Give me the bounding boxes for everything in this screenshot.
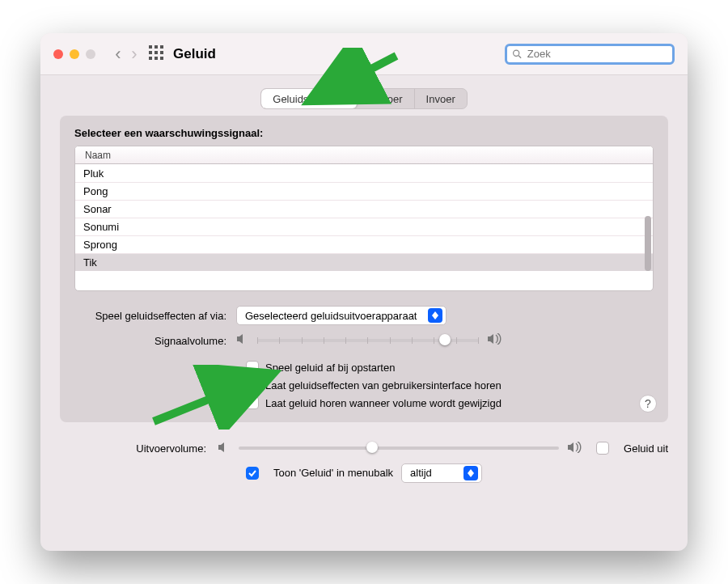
checkbox-show-in-menubar[interactable]: [246, 467, 259, 480]
svg-rect-2: [160, 45, 163, 49]
table-row[interactable]: Sprong: [75, 235, 653, 253]
play-through-value: Geselecteerd geluidsuitvoerapparaat: [245, 310, 417, 322]
checkbox-ui-sounds[interactable]: [246, 379, 259, 391]
checkbox-show-in-menubar-label: Toon 'Geluid' in menubalk: [273, 467, 393, 479]
speaker-low-icon: [236, 333, 249, 348]
scroll-thumb[interactable]: [645, 216, 651, 271]
checkbox-startup-sound[interactable]: [246, 361, 259, 374]
output-volume-label: Uitvoervolume:: [60, 442, 210, 455]
alert-volume-slider[interactable]: [257, 339, 479, 342]
tab-bar: Geluidseffecten Uitvoer Invoer: [40, 75, 688, 116]
play-through-label: Speel geluidseffecten af via:: [74, 310, 236, 322]
window-controls: [53, 49, 95, 59]
help-button[interactable]: ?: [639, 395, 657, 413]
back-button[interactable]: ‹: [110, 44, 126, 65]
alert-volume-label: Signaalvolume:: [74, 335, 236, 347]
svg-rect-4: [154, 51, 158, 54]
table-row[interactable]: Pong: [75, 182, 653, 200]
table-row[interactable]: Sonumi: [75, 218, 653, 235]
search-field[interactable]: [505, 44, 675, 65]
svg-rect-5: [160, 51, 163, 54]
table-row[interactable]: Pluk: [75, 164, 653, 182]
titlebar: ‹ › Geluid: [40, 33, 688, 75]
output-volume-slider[interactable]: [239, 446, 559, 450]
chevron-updown-icon: [463, 466, 478, 480]
search-icon: [512, 49, 523, 60]
svg-rect-6: [149, 57, 152, 60]
svg-rect-3: [149, 51, 152, 54]
speaker-low-icon: [218, 442, 231, 455]
search-input[interactable]: [526, 47, 667, 61]
svg-rect-7: [154, 57, 158, 60]
column-name: Naam: [85, 150, 111, 161]
alert-section-heading: Selecteer een waarschuwingssignaal:: [74, 127, 654, 139]
forward-button[interactable]: ›: [126, 44, 142, 65]
tab-input[interactable]: Invoer: [415, 89, 467, 108]
page-title: Geluid: [173, 46, 216, 62]
menubar-mode-value: altijd: [410, 467, 432, 479]
show-all-button[interactable]: [149, 45, 163, 63]
chevron-updown-icon: [428, 308, 442, 323]
tab-output[interactable]: Uitvoer: [358, 89, 414, 108]
minimize-window-button[interactable]: [70, 49, 79, 59]
menubar-mode-select[interactable]: altijd: [401, 463, 482, 483]
output-volume-knob[interactable]: [366, 442, 378, 453]
checkbox-volume-feedback[interactable]: [246, 396, 259, 409]
svg-rect-1: [154, 45, 158, 49]
checkbox-mute-label: Geluid uit: [624, 442, 668, 455]
alert-volume-knob[interactable]: [439, 334, 451, 345]
zoom-window-button[interactable]: [86, 49, 95, 59]
system-preferences-window: ‹ › Geluid Geluidseffecten Uitvoer Invoe…: [40, 33, 688, 551]
checkbox-ui-sounds-label: Laat geluidseffecten van gebruikersinter…: [265, 379, 502, 391]
speaker-high-icon: [567, 442, 583, 455]
svg-rect-8: [160, 57, 163, 60]
checkbox-startup-sound-label: Speel geluid af bij opstarten: [265, 362, 395, 374]
table-body: Pluk Pong Sonar Sonumi Sprong Tik: [75, 164, 653, 290]
alert-sounds-table[interactable]: Naam Pluk Pong Sonar Sonumi Sprong Tik: [74, 146, 654, 291]
table-row[interactable]: Sonar: [75, 200, 653, 218]
sound-effects-panel: Selecteer een waarschuwingssignaal: Naam…: [60, 116, 668, 422]
speaker-high-icon: [487, 333, 503, 348]
tab-sound-effects[interactable]: Geluidseffecten: [261, 89, 358, 108]
svg-point-9: [514, 50, 519, 56]
svg-rect-0: [149, 45, 152, 49]
checkbox-mute[interactable]: [596, 442, 609, 455]
output-volume-section: Uitvoervolume: Geluid uit Toon 'Geluid' …: [60, 434, 668, 490]
svg-line-10: [518, 55, 521, 57]
table-row[interactable]: Tik: [75, 253, 653, 271]
table-header: Naam: [75, 146, 653, 164]
checkbox-volume-feedback-label: Laat geluid horen wanneer volume wordt g…: [265, 397, 502, 409]
play-through-select[interactable]: Geselecteerd geluidsuitvoerapparaat: [236, 306, 447, 325]
close-window-button[interactable]: [53, 49, 63, 59]
